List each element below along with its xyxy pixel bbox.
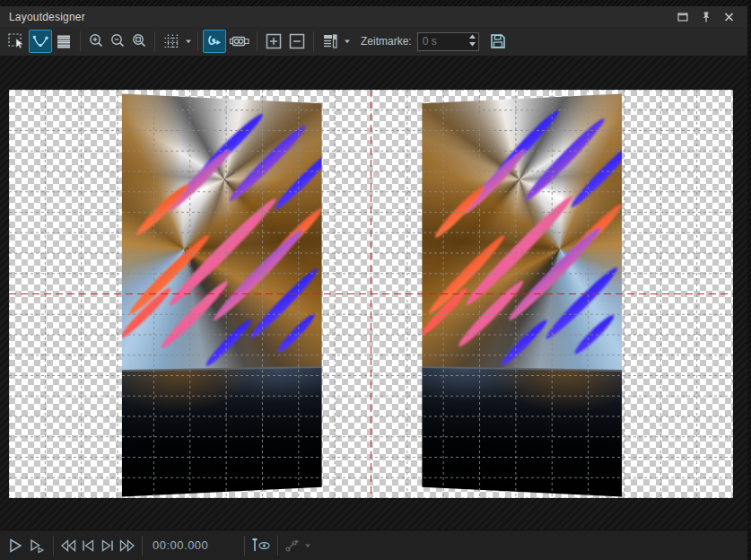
marker-visibility-icon (250, 537, 272, 555)
window-title: Layoutdesigner (0, 11, 85, 23)
zeitmarke-label: Zeitmarke: (361, 35, 412, 48)
close-icon (723, 12, 735, 22)
track-display-button[interactable] (319, 30, 342, 53)
image-object-left[interactable] (122, 93, 322, 496)
jump-start-button[interactable] (78, 535, 98, 556)
transport-separator (277, 536, 278, 556)
window-right-edge (747, 0, 751, 560)
image-object-right[interactable] (422, 93, 622, 496)
chevron-down-icon (185, 39, 192, 44)
play-icon (6, 537, 24, 555)
fast-forward-icon (118, 538, 136, 553)
zoom-in-button[interactable] (85, 30, 107, 53)
toolbar-separator (197, 31, 198, 51)
transport-separator (53, 536, 54, 556)
remove-button[interactable] (285, 30, 309, 53)
keyframe-path-dropdown-button[interactable] (302, 535, 312, 556)
camera-icon (229, 32, 250, 50)
zoom-fit-icon (130, 32, 148, 50)
grid-icon (162, 32, 180, 50)
timecode-display: 00:00.000 (153, 538, 210, 552)
window-controls (675, 10, 747, 23)
artwork-reflection-right (422, 366, 622, 496)
artwork-streaks (122, 93, 322, 370)
artwork-right (422, 93, 622, 370)
track-display-icon (321, 32, 339, 50)
grid-button[interactable] (160, 30, 183, 53)
curve-path-button[interactable] (203, 30, 226, 53)
track-display-dropdown-button[interactable] (342, 31, 352, 52)
minus-icon (288, 32, 306, 50)
artwork-reflection-left (122, 366, 322, 496)
jump-end-icon (100, 538, 116, 553)
save-button[interactable] (486, 30, 510, 53)
titlebar[interactable]: Layoutdesigner (0, 6, 747, 28)
toolbar-separator (257, 31, 258, 51)
zeitmarke-field (417, 32, 479, 51)
keyframe-path-button[interactable] (283, 535, 302, 556)
pin-window-button[interactable] (698, 10, 713, 23)
zoom-out-button[interactable] (107, 30, 128, 53)
add-button[interactable] (262, 30, 285, 53)
zoom-in-icon (87, 32, 105, 50)
fast-forward-button[interactable] (118, 535, 137, 556)
keyframe-path-icon (284, 538, 301, 554)
plus-icon (265, 32, 283, 50)
curve-path-icon (205, 32, 223, 50)
rewind-button[interactable] (58, 535, 78, 556)
chevron-down-icon (304, 543, 311, 548)
select-tool-icon (6, 31, 26, 51)
layoutdesigner-window: Layoutdesigner (0, 0, 751, 560)
save-icon (489, 32, 507, 50)
transport-separator (142, 536, 143, 556)
pin-icon (700, 11, 712, 23)
transport-separator (244, 536, 245, 556)
track-list-icon (55, 32, 73, 50)
toolbar: Zeitmarke: (0, 27, 747, 56)
transport-bar: 00:00.000 (0, 529, 747, 560)
zoom-out-icon (109, 32, 127, 50)
play-button[interactable] (5, 535, 25, 556)
grid-overlay (9, 90, 733, 498)
restore-window-button[interactable] (675, 10, 690, 23)
keyframe-curve-button[interactable] (29, 30, 52, 53)
jump-start-icon (80, 538, 96, 553)
chevron-down-icon (344, 39, 351, 44)
artwork-left (122, 93, 322, 370)
design-canvas[interactable] (0, 56, 747, 529)
spin-up-icon (468, 34, 476, 39)
toolbar-separator (154, 31, 155, 51)
grid-dropdown-button[interactable] (183, 31, 193, 52)
camera-button[interactable] (226, 30, 252, 53)
play-from-marker-button[interactable] (25, 535, 48, 556)
restore-icon (677, 12, 689, 22)
toolbar-separator (313, 31, 314, 51)
keyframe-curve-icon (31, 32, 49, 50)
layout-board[interactable] (9, 90, 733, 498)
marker-visibility-button[interactable] (249, 535, 273, 556)
track-list-button[interactable] (52, 30, 75, 53)
app-background-strip (0, 0, 751, 6)
spin-down-icon (468, 41, 476, 47)
select-tool-button[interactable] (3, 30, 29, 53)
jump-end-button[interactable] (98, 535, 118, 556)
artwork-streaks (422, 93, 622, 370)
zoom-fit-button[interactable] (128, 30, 150, 53)
rewind-icon (59, 538, 77, 553)
close-window-button[interactable] (721, 10, 737, 23)
play-from-marker-icon (27, 537, 47, 555)
toolbar-separator (80, 31, 81, 51)
zeitmarke-spinner[interactable] (468, 34, 476, 47)
